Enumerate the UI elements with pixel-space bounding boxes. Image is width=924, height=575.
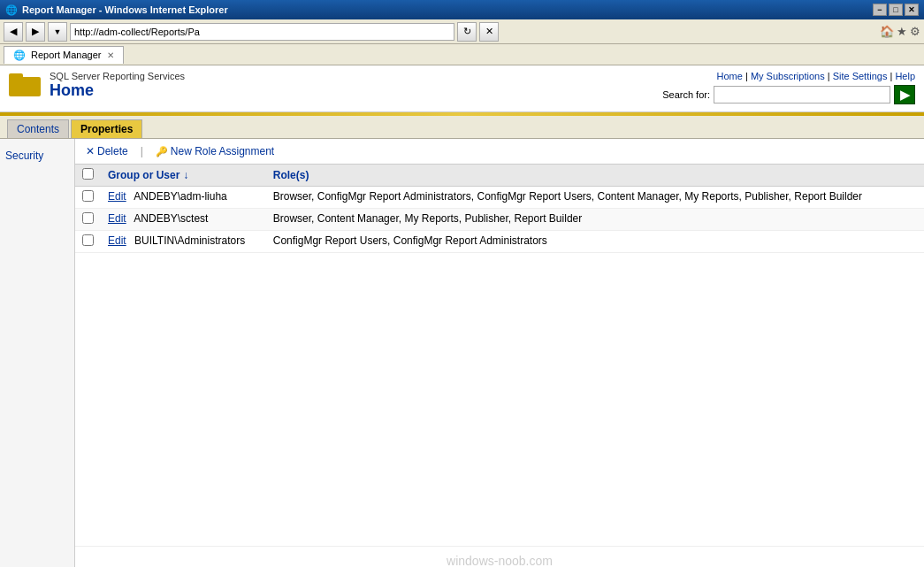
- folder-icon: [9, 72, 41, 100]
- address-bar[interactable]: [70, 23, 454, 41]
- browser-toolbar: ◀ ▶ ▼ ↻ ✕ 🏠 ★ ⚙: [0, 19, 924, 44]
- tab-label: Report Manager: [31, 50, 102, 60]
- my-subscriptions-link[interactable]: My Subscriptions: [751, 71, 825, 81]
- back-button[interactable]: ◀: [4, 22, 23, 42]
- footer: windows-noob.com: [75, 546, 924, 567]
- group-user-value-1: ANDEBY\adm-liuha: [134, 190, 226, 203]
- tab-properties[interactable]: Properties: [71, 119, 142, 138]
- table-row: Edit ANDEBY\sctest Browser, Content Mana…: [75, 209, 924, 231]
- page-subtitle: SQL Server Reporting Services: [50, 71, 185, 81]
- row-checkbox-cell: [75, 187, 101, 209]
- sidebar-item-security[interactable]: Security: [5, 148, 69, 164]
- title-bar-controls[interactable]: − □ ✕: [873, 4, 919, 16]
- report-manager-tab[interactable]: 🌐 Report Manager ✕: [4, 46, 124, 64]
- content-tabs: Contents Properties: [0, 116, 924, 139]
- header-top: SQL Server Reporting Services Home Home …: [9, 71, 915, 104]
- title-bar-left: 🌐 Report Manager - Windows Internet Expl…: [5, 4, 228, 16]
- page-title-text: SQL Server Reporting Services Home: [50, 71, 185, 100]
- window-title: Report Manager - Windows Internet Explor…: [22, 4, 228, 15]
- group-user-value-3: BUILTIN\Administrators: [134, 234, 245, 247]
- select-all-checkbox[interactable]: [82, 168, 94, 180]
- content-area: ✕ Delete | 🔑 New Role Assignment Group o…: [75, 139, 924, 567]
- roles-cell-3: ConfigMgr Report Users, ConfigMgr Report…: [266, 231, 924, 253]
- search-input[interactable]: [714, 86, 890, 104]
- group-or-user-header[interactable]: Group or User: [101, 165, 266, 187]
- roles-table: Group or User Role(s) Edit ANDEBY\adm-li…: [75, 165, 924, 253]
- new-role-label: New Role Assignment: [171, 145, 274, 157]
- group-user-value-2: ANDEBY\sctest: [134, 212, 208, 225]
- toolbar-separator: |: [141, 145, 143, 157]
- table-row: Edit BUILTIN\Administrators ConfigMgr Re…: [75, 231, 924, 253]
- row-checkbox-cell: [75, 209, 101, 231]
- tab-bar: 🌐 Report Manager ✕: [0, 44, 924, 65]
- delete-button[interactable]: ✕ Delete: [82, 143, 132, 159]
- dropdown-button[interactable]: ▼: [48, 22, 67, 42]
- edit-link-1[interactable]: Edit: [108, 190, 126, 203]
- page-title: Home: [50, 81, 185, 100]
- search-area: Search for: ▶: [662, 85, 915, 104]
- new-role-icon: 🔑: [156, 146, 168, 157]
- search-go-button[interactable]: ▶: [894, 85, 915, 104]
- row-checkbox-1[interactable]: [82, 190, 94, 202]
- main-layout: Security ✕ Delete | 🔑 New Role Assignmen…: [0, 139, 924, 567]
- title-bar: 🌐 Report Manager - Windows Internet Expl…: [0, 0, 924, 19]
- roles-cell-2: Browser, Content Manager, My Reports, Pu…: [266, 209, 924, 231]
- forward-button[interactable]: ▶: [26, 22, 45, 42]
- header-title-area: SQL Server Reporting Services Home: [9, 71, 185, 100]
- roles-header[interactable]: Role(s): [266, 165, 924, 187]
- watermark-text: windows-noob.com: [447, 554, 553, 567]
- roles-cell-1: Browser, ConfigMgr Report Administrators…: [266, 187, 924, 209]
- stop-button[interactable]: ✕: [479, 22, 499, 42]
- edit-link-3[interactable]: Edit: [108, 234, 126, 247]
- group-user-cell-1: Edit ANDEBY\adm-liuha: [101, 187, 266, 209]
- row-checkbox-cell: [75, 231, 101, 253]
- favorites-button[interactable]: ★: [897, 25, 907, 38]
- group-user-cell-3: Edit BUILTIN\Administrators: [101, 231, 266, 253]
- search-label: Search for:: [662, 89, 710, 100]
- edit-link-2[interactable]: Edit: [108, 212, 126, 225]
- close-button[interactable]: ✕: [905, 4, 919, 16]
- ie-icon: 🌐: [5, 4, 18, 16]
- tools-button[interactable]: ⚙: [910, 25, 920, 38]
- refresh-button[interactable]: ↻: [457, 22, 477, 42]
- row-checkbox-2[interactable]: [82, 212, 94, 224]
- select-all-header: [75, 165, 101, 187]
- home-button[interactable]: 🏠: [880, 25, 894, 38]
- help-link[interactable]: Help: [895, 71, 915, 81]
- table-row: Edit ANDEBY\adm-liuha Browser, ConfigMgr…: [75, 187, 924, 209]
- tab-close-button[interactable]: ✕: [107, 50, 114, 60]
- header-nav: Home | My Subscriptions | Site Settings …: [662, 71, 915, 81]
- sidebar: Security: [0, 139, 75, 567]
- row-checkbox-3[interactable]: [82, 234, 94, 246]
- content-toolbar: ✕ Delete | 🔑 New Role Assignment: [75, 139, 924, 165]
- page-header: SQL Server Reporting Services Home Home …: [0, 65, 924, 112]
- site-settings-link[interactable]: Site Settings: [833, 71, 888, 81]
- tab-contents[interactable]: Contents: [7, 119, 69, 138]
- new-role-assignment-button[interactable]: 🔑 New Role Assignment: [152, 143, 278, 159]
- delete-label: Delete: [97, 145, 128, 157]
- minimize-button[interactable]: −: [873, 4, 887, 16]
- tab-icon: 🌐: [13, 50, 26, 61]
- maximize-button[interactable]: □: [889, 4, 903, 16]
- delete-icon: ✕: [86, 145, 95, 157]
- group-user-cell-2: Edit ANDEBY\sctest: [101, 209, 266, 231]
- home-link[interactable]: Home: [717, 71, 743, 81]
